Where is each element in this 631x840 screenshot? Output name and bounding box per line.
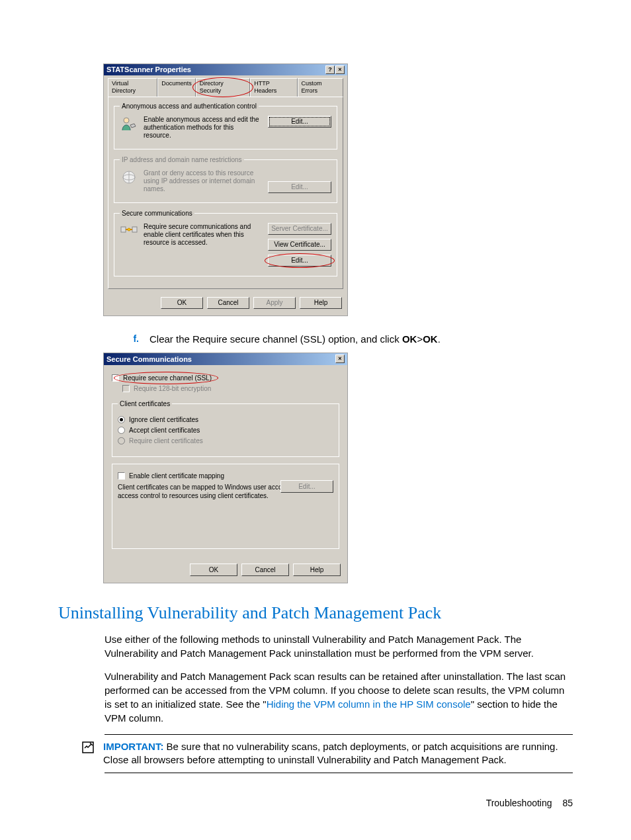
auth-legend: Anonymous access and authentication cont… (120, 103, 259, 110)
secure-edit-button[interactable]: Edit... (268, 255, 331, 267)
require-ssl-checkbox-row[interactable]: Require secure channel (SSL) (112, 374, 339, 382)
client-certs-legend: Client certificates (118, 399, 172, 408)
cancel-button[interactable]: Cancel (241, 564, 289, 576)
apply-button[interactable]: Apply (253, 297, 296, 309)
property-tabs: Virtual Directory Documents Directory Se… (104, 75, 347, 97)
secure-legend: Secure communications (120, 210, 194, 218)
server-certificate-button[interactable]: Server Certificate... (268, 223, 331, 235)
require-certs-radio: Require client certificates (118, 437, 333, 445)
tab-virtual-directory[interactable]: Virtual Directory (108, 78, 157, 97)
help-button[interactable]: Help (293, 564, 341, 576)
auth-desc: Enable anonymous access and edit the aut… (144, 116, 263, 140)
view-certificate-button[interactable]: View Certificate... (268, 239, 331, 251)
step-label: f. (126, 333, 139, 345)
dialog2-title: Secure Communications (106, 355, 192, 364)
ok-button[interactable]: OK (161, 297, 203, 309)
ok-button[interactable]: OK (190, 564, 237, 576)
important-text: Be sure that no vulnerability scans, pat… (103, 741, 558, 765)
require-128-label: Require 128-bit encryption (134, 384, 211, 393)
require-128-checkbox-row: Require 128-bit encryption (122, 384, 339, 393)
tab-http-headers[interactable]: HTTP Headers (250, 78, 297, 97)
paragraph-1: Use either of the following methods to u… (105, 632, 573, 660)
ip-legend: IP address and domain name restrictions (120, 156, 244, 164)
section-heading: Uninstalling Vulnerability and Patch Man… (58, 603, 573, 623)
secure-desc: Require secure communications and enable… (144, 223, 263, 247)
radio-icon (118, 437, 125, 444)
ip-group: IP address and domain name restrictions … (114, 156, 337, 203)
help-icon[interactable]: ? (325, 65, 335, 74)
statscanner-properties-dialog: STATScanner Properties ? × Virtual Direc… (103, 63, 348, 316)
dialog-title: STATScanner Properties (106, 65, 191, 74)
dialog-button-row: OK Cancel Apply Help (104, 293, 347, 315)
important-label: IMPORTANT: (103, 741, 163, 752)
certificate-mapping-group: Enable client certificate mapping Client… (112, 464, 339, 549)
svg-point-7 (128, 228, 130, 231)
checkbox-icon[interactable] (118, 472, 125, 480)
secure-icon (120, 223, 138, 236)
tab-panel: Anonymous access and authentication cont… (108, 97, 343, 289)
auth-icon (120, 116, 138, 132)
enable-mapping-checkbox-row[interactable]: Enable client certificate mapping (118, 472, 333, 480)
radio-icon[interactable] (118, 416, 125, 423)
svg-rect-5 (132, 227, 137, 232)
checkbox-icon (122, 385, 130, 392)
tab-directory-security[interactable]: Directory Security (196, 78, 250, 97)
step-f: f. Clear the Require secure channel (SSL… (126, 333, 573, 345)
ip-desc: Grant or deny access to this resource us… (144, 169, 263, 193)
paragraph-2: Vulnerability and Patch Management Pack … (105, 669, 573, 725)
cancel-button[interactable]: Cancel (207, 297, 249, 309)
client-certificates-group: Client certificates Ignore client certif… (112, 399, 339, 457)
secure-communications-dialog: Secure Communications × Require secure c… (103, 353, 348, 583)
ip-edit-button[interactable]: Edit... (268, 181, 331, 193)
help-button[interactable]: Help (300, 297, 342, 309)
enable-mapping-label: Enable client certificate mapping (129, 472, 224, 480)
svg-rect-4 (121, 227, 126, 232)
require-ssl-label: Require secure channel (SSL) (123, 374, 212, 382)
tab-documents[interactable]: Documents (157, 78, 196, 97)
dialog2-titlebar: Secure Communications × (104, 353, 347, 365)
important-icon (81, 740, 95, 767)
dialog2-button-row: OK Cancel Help (104, 560, 347, 583)
ignore-certs-radio[interactable]: Ignore client certificates (118, 415, 333, 424)
close-icon[interactable]: × (335, 355, 345, 363)
page-footer: Troubleshooting 85 (486, 798, 573, 808)
secure-group: Secure communications Require secure com… (114, 210, 337, 276)
checkbox-icon[interactable] (112, 374, 119, 382)
dialog-titlebar: STATScanner Properties ? × (104, 64, 347, 75)
page-number: 85 (562, 798, 573, 808)
ip-icon (120, 169, 138, 185)
footer-section: Troubleshooting (486, 798, 552, 808)
svg-point-0 (124, 118, 129, 123)
auth-group: Anonymous access and authentication cont… (114, 103, 337, 149)
tab-custom-errors[interactable]: Custom Errors (298, 78, 343, 97)
step-text: Clear the Require secure channel (SSL) o… (149, 333, 573, 345)
mapping-edit-button[interactable]: Edit... (280, 480, 333, 493)
important-note: IMPORTANT: Be sure that no vulnerability… (105, 734, 573, 773)
hiding-vpm-column-link[interactable]: Hiding the VPM column in the HP SIM cons… (267, 698, 471, 710)
auth-edit-button[interactable]: Edit... (268, 116, 331, 128)
close-icon[interactable]: × (335, 65, 345, 74)
radio-icon[interactable] (118, 427, 125, 434)
accept-certs-radio[interactable]: Accept client certificates (118, 426, 333, 435)
